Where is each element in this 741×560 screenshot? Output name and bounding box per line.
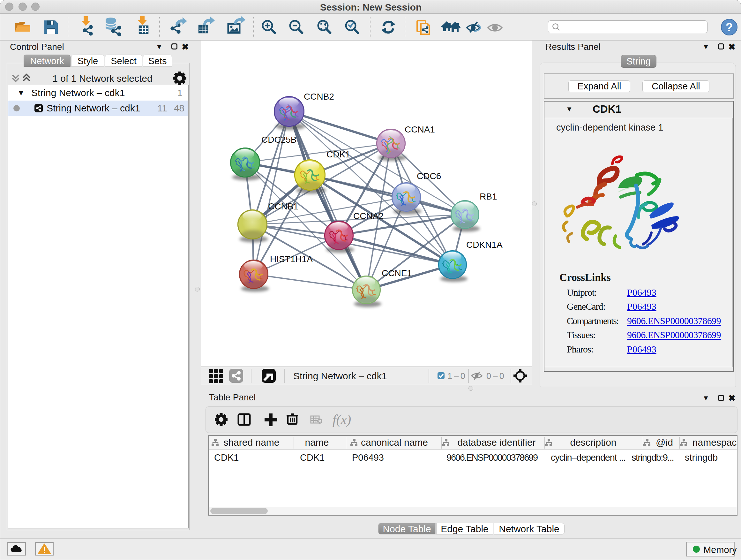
svg-text:shared name: shared name [223, 437, 279, 448]
svg-text:name: name [305, 437, 329, 448]
svg-text:database identifier: database identifier [457, 437, 536, 448]
svg-text:CDC25B: CDC25B [261, 135, 296, 145]
svg-text:CCNA1: CCNA1 [405, 125, 435, 134]
svg-text:?: ? [726, 21, 733, 34]
svg-text:0 – 0: 0 – 0 [486, 371, 504, 381]
svg-text:canonical name: canonical name [361, 437, 428, 448]
svg-text:description: description [570, 437, 616, 448]
svg-text:@id: @id [656, 437, 673, 448]
svg-text:CDC6: CDC6 [417, 171, 441, 181]
svg-text:CCNE1: CCNE1 [382, 268, 412, 278]
svg-text:namespac: namespac [692, 437, 737, 448]
svg-text:CCNB1: CCNB1 [268, 201, 298, 211]
svg-text:String Network – cdk1: String Network – cdk1 [293, 371, 387, 381]
svg-text:CCNB2: CCNB2 [304, 91, 334, 102]
svg-text:CCNA2: CCNA2 [353, 211, 384, 221]
svg-text:1 – 0: 1 – 0 [448, 371, 465, 381]
svg-text:RB1: RB1 [480, 192, 497, 201]
svg-text:CDK1: CDK1 [327, 149, 350, 159]
svg-text:CDKN1A: CDKN1A [466, 240, 502, 250]
svg-text:HIST1H1A: HIST1H1A [270, 254, 313, 264]
svg-text:f(x): f(x) [333, 412, 351, 427]
